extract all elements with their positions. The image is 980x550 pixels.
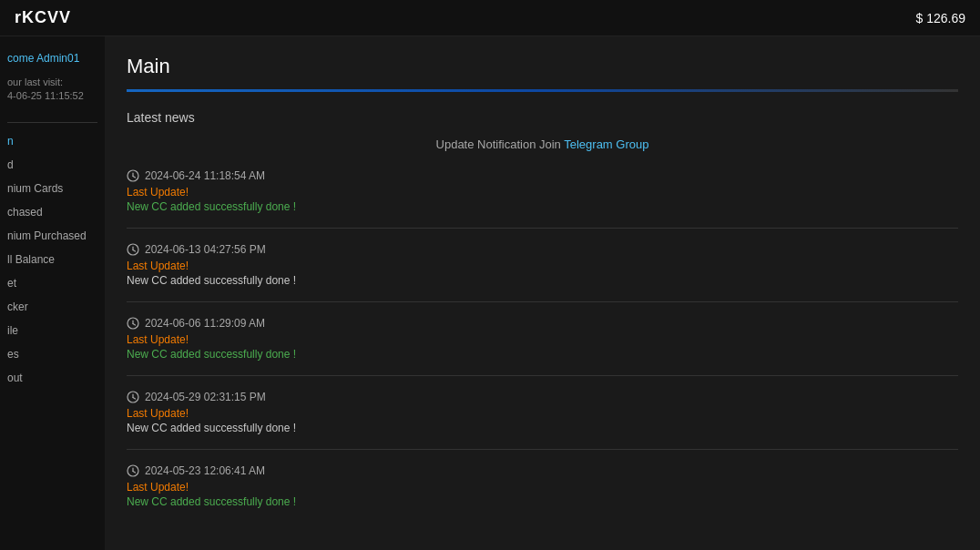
news-date-1: 2024-06-13 04:27:56 PM [127, 243, 958, 256]
news-item-0: 2024-06-24 11:18:54 AM Last Update! New … [127, 169, 958, 229]
main-divider [127, 89, 958, 92]
section-title: Latest news [127, 110, 958, 125]
news-item-1: 2024-06-13 04:27:56 PM Last Update! New … [127, 243, 958, 302]
svg-line-14 [133, 472, 136, 474]
news-date-text-4: 2024-05-23 12:06:41 AM [145, 464, 265, 477]
telegram-link[interactable]: Telegram Group [564, 138, 648, 151]
sidebar-welcome: come Admin01 [7, 51, 97, 66]
news-date-text-2: 2024-06-06 11:29:09 AM [145, 317, 265, 330]
news-item-2: 2024-06-06 11:29:09 AM Last Update! New … [127, 317, 958, 376]
clock-icon-3 [127, 391, 139, 403]
sidebar-item-n[interactable]: n [7, 132, 97, 150]
clock-icon-0 [127, 169, 139, 182]
main-content: Main Latest news Update Notification Joi… [105, 36, 980, 550]
news-content-2: New CC added successfully done ! [127, 348, 958, 361]
last-visit-date: 4-06-25 11:15:52 [7, 90, 84, 101]
news-date-text-0: 2024-06-24 11:18:54 AM [145, 169, 265, 182]
sidebar-item-file[interactable]: ile [7, 321, 97, 340]
notification-bar: Update Notification Join Telegram Group [127, 138, 958, 151]
clock-icon-2 [127, 317, 139, 330]
sidebar-lastvisit: our last visit: 4-06-25 11:15:52 [7, 76, 97, 104]
topbar: rKCVV $ 126.69 [0, 0, 980, 36]
balance-display: $ 126.69 [916, 11, 966, 25]
sidebar-divider [7, 122, 97, 123]
news-content-1: New CC added successfully done ! [127, 274, 958, 287]
news-content-3: New CC added successfully done ! [127, 422, 958, 434]
news-item-3: 2024-05-29 02:31:15 PM Last Update! New … [127, 391, 958, 450]
last-visit-label: our last visit: [7, 76, 63, 87]
clock-icon-1 [127, 243, 139, 256]
news-date-2: 2024-06-06 11:29:09 AM [127, 317, 958, 330]
sidebar-item-et[interactable]: et [7, 274, 97, 292]
news-date-3: 2024-05-29 02:31:15 PM [127, 391, 958, 403]
sidebar-item-chased[interactable]: chased [7, 203, 97, 221]
news-content-0: New CC added successfully done ! [127, 200, 958, 213]
news-date-text-3: 2024-05-29 02:31:15 PM [145, 391, 266, 403]
welcome-text: come [7, 52, 34, 65]
sidebar-item-balance[interactable]: ll Balance [7, 250, 97, 269]
svg-line-2 [133, 177, 136, 178]
main-title: Main [127, 55, 958, 78]
svg-line-5 [133, 250, 136, 252]
notification-text: Update Notification Join [436, 138, 561, 151]
news-update-label-1: Last Update! [127, 260, 958, 272]
news-content-4: New CC added successfully done ! [127, 495, 958, 508]
sidebar-item-es[interactable]: es [7, 345, 97, 363]
sidebar-item-cker[interactable]: cker [7, 298, 97, 316]
news-date-0: 2024-06-24 11:18:54 AM [127, 169, 958, 182]
svg-line-8 [133, 324, 136, 326]
news-date-4: 2024-05-23 12:06:41 AM [127, 464, 958, 477]
sidebar-item-premium-cards[interactable]: nium Cards [7, 179, 97, 198]
layout: come Admin01 our last visit: 4-06-25 11:… [0, 36, 980, 550]
news-item-4: 2024-05-23 12:06:41 AM Last Update! New … [127, 464, 958, 523]
news-update-label-4: Last Update! [127, 481, 958, 494]
sidebar-username: Admin01 [36, 52, 79, 65]
news-date-text-1: 2024-06-13 04:27:56 PM [145, 243, 266, 256]
sidebar-item-d[interactable]: d [7, 156, 97, 174]
sidebar-item-logout[interactable]: out [7, 369, 97, 387]
news-update-label-0: Last Update! [127, 186, 958, 199]
svg-line-11 [133, 398, 136, 400]
logo: rKCVV [15, 8, 71, 27]
sidebar-item-premium-purchased[interactable]: nium Purchased [7, 227, 97, 245]
news-update-label-3: Last Update! [127, 407, 958, 420]
clock-icon-4 [127, 464, 139, 477]
news-update-label-2: Last Update! [127, 333, 958, 346]
sidebar: come Admin01 our last visit: 4-06-25 11:… [0, 36, 105, 550]
